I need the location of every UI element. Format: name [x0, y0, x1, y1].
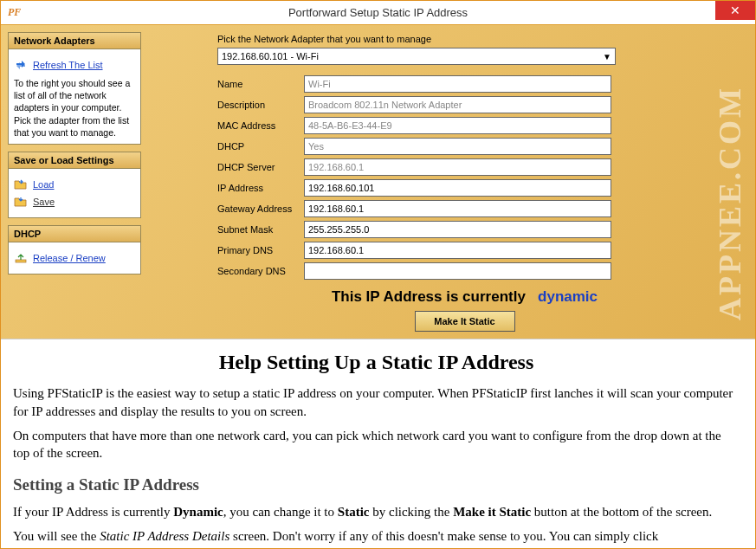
row-dns1: Primary DNS	[217, 240, 712, 261]
save-link-row[interactable]: Save	[14, 195, 135, 209]
panel-network-adapters: Network Adapters Refresh The List To the…	[8, 32, 141, 145]
make-static-button[interactable]: Make It Static	[415, 311, 515, 332]
ip-status-line: This IP Address is currently dynamic	[217, 288, 712, 306]
input-gateway[interactable]	[304, 200, 611, 217]
chevron-down-icon: ▼	[603, 52, 611, 61]
panel-body: Load Save	[9, 169, 140, 217]
adapter-selected-value: 192.168.60.101 - Wi-Fi	[222, 51, 319, 61]
row-mac: MAC Address	[217, 115, 712, 136]
status-value: dynamic	[538, 288, 598, 305]
row-dhcp: DHCP	[217, 136, 712, 157]
panel-body: Refresh The List To the right you should…	[9, 49, 140, 144]
label-mac: MAC Address	[217, 120, 304, 131]
row-dhcp-server: DHCP Server	[217, 157, 712, 178]
row-description: Description	[217, 94, 712, 115]
titlebar: PF Portforward Setup Static IP Address ✕	[1, 1, 755, 25]
input-dns2[interactable]	[304, 262, 611, 280]
folder-open-icon	[14, 178, 28, 191]
row-gateway: Gateway Address	[217, 198, 712, 219]
pick-adapter-label: Pick the Network Adapter that you want t…	[217, 34, 712, 44]
release-renew-row[interactable]: Release / Renew	[14, 251, 135, 265]
help-text: screen. Don't worry if any of this doesn…	[229, 529, 658, 543]
help-subheading: Setting a Static IP Address	[13, 474, 740, 496]
save-link[interactable]: Save	[33, 197, 55, 207]
help-paragraph: Using PFStaticIP is the easiest way to s…	[13, 384, 740, 420]
help-bold: Dynamic	[173, 505, 223, 519]
folder-save-icon	[14, 195, 28, 209]
help-heading: Help Setting Up a Static IP Address	[13, 348, 740, 376]
input-ip[interactable]	[304, 179, 611, 197]
refresh-link[interactable]: Refresh The List	[33, 60, 103, 70]
help-text: by clicking the	[369, 505, 453, 519]
panel-save-load: Save or Load Settings Load Save	[8, 152, 141, 218]
help-italic: Static IP Address Details	[100, 529, 229, 543]
input-dhcp-server	[304, 158, 611, 176]
main-form: Pick the Network Adapter that you want t…	[141, 25, 755, 339]
help-text: , you can change it to	[223, 505, 338, 519]
label-dhcp-server: DHCP Server	[217, 162, 304, 172]
upper-pane: APPNEE.COM Network Adapters Refresh The …	[1, 25, 755, 339]
row-subnet: Subnet Mask	[217, 219, 712, 240]
help-text: button at the bottom of the screen.	[531, 505, 712, 519]
sidebar: Network Adapters Refresh The List To the…	[1, 25, 141, 339]
label-dns2: Secondary DNS	[217, 266, 304, 276]
label-ip: IP Address	[217, 183, 304, 193]
row-name: Name	[217, 74, 712, 94]
help-pane[interactable]: Help Setting Up a Static IP Address Usin…	[1, 339, 755, 549]
panel-body: Release / Renew	[9, 242, 140, 274]
close-icon: ✕	[730, 3, 740, 17]
label-dns1: Primary DNS	[217, 245, 304, 255]
help-paragraph: On computers that have more than one net…	[13, 427, 740, 462]
load-link[interactable]: Load	[33, 179, 54, 190]
panel-header: Save or Load Settings	[9, 152, 140, 169]
input-dhcp	[304, 138, 611, 155]
status-prefix: This IP Address is currently	[332, 288, 526, 305]
label-gateway: Gateway Address	[217, 203, 304, 214]
panel-header: DHCP	[9, 226, 140, 242]
label-subnet: Subnet Mask	[217, 224, 304, 235]
help-paragraph: If your IP Address is currently Dynamic,…	[13, 503, 740, 520]
refresh-icon	[14, 58, 28, 72]
help-bold: Make it Static	[453, 505, 531, 519]
window-title: Portforward Setup Static IP Address	[288, 6, 468, 19]
release-renew-link[interactable]: Release / Renew	[33, 253, 106, 263]
input-description	[304, 96, 611, 113]
network-icon	[14, 251, 28, 265]
label-description: Description	[217, 100, 304, 110]
input-mac	[304, 117, 611, 134]
panel-header: Network Adapters	[9, 33, 140, 49]
load-link-row[interactable]: Load	[14, 178, 135, 191]
svg-rect-0	[16, 260, 26, 262]
app-icon: PF	[8, 6, 22, 20]
row-ip: IP Address	[217, 178, 712, 198]
close-button[interactable]: ✕	[715, 1, 755, 20]
input-dns1[interactable]	[304, 242, 611, 259]
refresh-link-row[interactable]: Refresh The List	[14, 58, 135, 72]
help-text: If your IP Address is currently	[13, 505, 173, 519]
help-bold: Static	[338, 505, 370, 519]
input-subnet[interactable]	[304, 221, 611, 238]
input-name	[304, 75, 611, 93]
adapter-dropdown[interactable]: 192.168.60.101 - Wi-Fi ▼	[217, 48, 616, 65]
adapters-instructions: To the right you should see a list of al…	[14, 77, 135, 139]
row-dns2: Secondary DNS	[217, 261, 712, 281]
label-name: Name	[217, 79, 304, 89]
help-text: You will see the	[13, 529, 100, 543]
help-paragraph: You will see the Static IP Address Detai…	[13, 527, 740, 545]
label-dhcp: DHCP	[217, 141, 304, 152]
panel-dhcp: DHCP Release / Renew	[8, 225, 141, 274]
